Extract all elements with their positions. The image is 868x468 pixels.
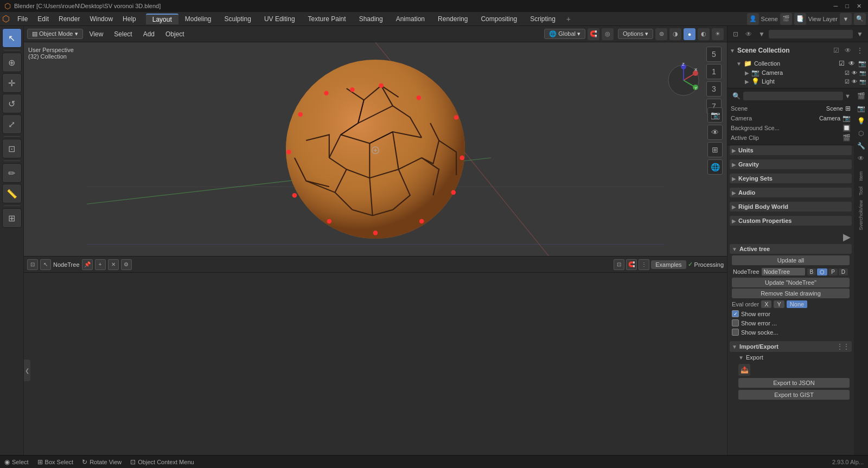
node-editor-collapse[interactable]: ❮ <box>24 360 30 381</box>
rpanel-view-icon[interactable]: 👁 <box>743 28 755 40</box>
numpad-3[interactable]: 3 <box>706 81 722 97</box>
menu-edit[interactable]: Edit <box>33 14 53 24</box>
node-new-icon[interactable]: + <box>95 259 106 270</box>
props-search-icon[interactable]: 🔍 <box>731 91 742 101</box>
tab-scripting[interactable]: Scripting <box>524 14 562 24</box>
light-render[interactable]: 📷 <box>859 79 866 85</box>
rpanel-scene-icon[interactable]: ⊡ <box>730 28 742 40</box>
node-search-icon[interactable]: ⊡ <box>614 259 624 270</box>
vp-select[interactable]: Select <box>110 29 136 39</box>
update-all-btn[interactable]: Update all <box>732 255 850 265</box>
audio-header[interactable]: ▶ Audio <box>730 188 852 197</box>
tab-layout[interactable]: Layout <box>146 14 178 24</box>
light-check[interactable]: ☑ <box>845 79 850 85</box>
tab-compositing[interactable]: Compositing <box>474 14 524 24</box>
scene-new-icon[interactable]: ⊞ <box>845 105 851 112</box>
numpad-5[interactable]: 5 <box>706 47 722 62</box>
update-nodetree-btn[interactable]: Update "NodeTree" <box>732 278 850 287</box>
btn-p[interactable]: P <box>828 268 838 275</box>
titlebar-controls[interactable]: ─ □ ✕ <box>832 3 864 10</box>
vp-add[interactable]: Add <box>139 29 159 39</box>
camera-eye[interactable]: 👁 <box>852 70 857 76</box>
btn-p-active[interactable]: ⬡ <box>817 268 827 275</box>
node-ed-type-icon[interactable]: ⊡ <box>27 259 38 270</box>
sib-camera-icon[interactable]: 📷 <box>856 103 866 114</box>
snap-icon[interactable]: 🧲 <box>588 28 599 40</box>
sib-tool-icon[interactable]: 🔧 <box>856 140 866 151</box>
scene-icon[interactable]: 🎬 <box>780 13 792 25</box>
export-gist-btn[interactable]: Export to GIST <box>738 390 850 400</box>
collection-eye[interactable]: 👁 <box>848 60 856 67</box>
rpanel-filter2[interactable]: ▼ <box>854 28 866 40</box>
custom-props-header[interactable]: ▶ Custom Properties <box>730 216 852 226</box>
rpanel-filter-icon[interactable]: ▼ <box>756 28 768 40</box>
overlay-icon[interactable]: ⊚ <box>655 28 667 40</box>
remove-stale-btn[interactable]: Remove Stale drawing <box>732 289 850 298</box>
sc-extra-icon[interactable]: ⋮ <box>854 44 866 56</box>
light-eye[interactable]: 👁 <box>852 79 857 85</box>
node-canvas[interactable]: ▼ Random Vector △ Random. 1 Count <box>24 273 727 468</box>
eval-x-btn[interactable]: X <box>761 300 771 308</box>
node-pin-icon[interactable]: 📌 <box>82 259 93 270</box>
tool-select[interactable]: ↖ <box>2 28 22 48</box>
export-header[interactable]: ▼ Export <box>736 353 852 362</box>
active-clip-icon[interactable]: 🎬 <box>843 134 851 142</box>
node-settings-icon[interactable]: ⚙ <box>121 259 132 270</box>
rpanel-search[interactable] <box>769 30 853 39</box>
active-tree-header[interactable]: ▼ Active tree <box>730 244 852 254</box>
menu-render[interactable]: Render <box>54 14 84 24</box>
show-socket-cb[interactable] <box>732 329 739 336</box>
menu-window[interactable]: Window <box>85 14 117 24</box>
add-tab-btn[interactable]: + <box>562 14 575 24</box>
close-btn[interactable]: ✕ <box>854 3 864 10</box>
menu-file[interactable]: File <box>13 14 32 24</box>
filter-icon[interactable]: ▼ <box>840 13 852 25</box>
minimize-btn[interactable]: ─ <box>832 3 840 10</box>
mode-select[interactable]: ▤ Object Mode ▾ <box>27 29 83 39</box>
tool-add[interactable]: ⊞ <box>2 208 22 228</box>
keying-sets-header[interactable]: ▶ Keying Sets <box>730 174 852 183</box>
export-json-btn[interactable]: Export to JSON <box>738 378 850 388</box>
vp-object[interactable]: Object <box>161 29 189 39</box>
expand-icon[interactable]: ▶ <box>843 231 851 243</box>
import-export-header[interactable]: ▼ Import/Export ⋮⋮ <box>730 341 852 352</box>
camera-new-icon[interactable]: 📷 <box>843 114 851 122</box>
options-btn[interactable]: Options ▾ <box>618 29 653 39</box>
search-global-icon[interactable]: 🔍 <box>854 13 866 25</box>
tool-transform[interactable]: ⊡ <box>2 139 22 158</box>
sib-item-icon[interactable]: Item <box>854 171 867 182</box>
props-search-input[interactable] <box>743 92 843 100</box>
sib-tool2-icon[interactable]: Tool <box>856 185 866 196</box>
camera-check[interactable]: ☑ <box>845 70 850 76</box>
examples-btn[interactable]: Examples <box>651 260 686 269</box>
camera-render[interactable]: 📷 <box>859 70 866 76</box>
show-error-2-cb[interactable] <box>732 319 739 326</box>
tab-uv-editing[interactable]: UV Editing <box>258 14 302 24</box>
tab-sculpting[interactable]: Sculpting <box>218 14 258 24</box>
layer-icon[interactable]: 📑 <box>794 13 806 25</box>
proportional-icon[interactable]: ◎ <box>602 28 614 40</box>
sib-sverchok-icon[interactable]: Sverchok <box>856 215 866 226</box>
btn-b[interactable]: B <box>807 268 816 275</box>
solid-shading[interactable]: ● <box>684 28 695 40</box>
sc-eye-icon[interactable]: 👁 <box>842 44 854 56</box>
tab-rendering[interactable]: Rendering <box>431 14 474 24</box>
show-error-cb[interactable]: ✓ <box>732 310 739 317</box>
nodetree-input[interactable] <box>762 268 805 275</box>
props-filter-icon[interactable]: ▼ <box>845 93 851 99</box>
node-snap-icon[interactable]: 🧲 <box>626 259 637 270</box>
tab-modeling[interactable]: Modeling <box>178 14 218 24</box>
grid-icon[interactable]: ⊞ <box>707 142 723 157</box>
eval-y-btn[interactable]: Y <box>774 300 784 308</box>
tool-scale[interactable]: ⤢ <box>2 114 22 134</box>
maximize-btn[interactable]: □ <box>843 3 851 10</box>
viewport-canvas[interactable]: User Perspective (32) Collection <box>24 42 727 256</box>
sc-collection-item[interactable]: ▼ 📁 Collection ☑ 👁 📷 ▶ 📷 Camera ☑ 👁 📷 <box>736 59 866 86</box>
global-btn[interactable]: 🌐 Global ▾ <box>544 29 585 39</box>
sc-camera-item[interactable]: ▶ 📷 Camera ☑ 👁 📷 <box>745 68 866 77</box>
tab-shading[interactable]: Shading <box>353 14 390 24</box>
shading-icon[interactable]: ◑ <box>669 28 681 40</box>
sib-view-icon[interactable]: 👁 <box>856 153 866 164</box>
btn-d[interactable]: D <box>839 268 848 275</box>
tool-annotate[interactable]: ✏ <box>2 163 22 183</box>
